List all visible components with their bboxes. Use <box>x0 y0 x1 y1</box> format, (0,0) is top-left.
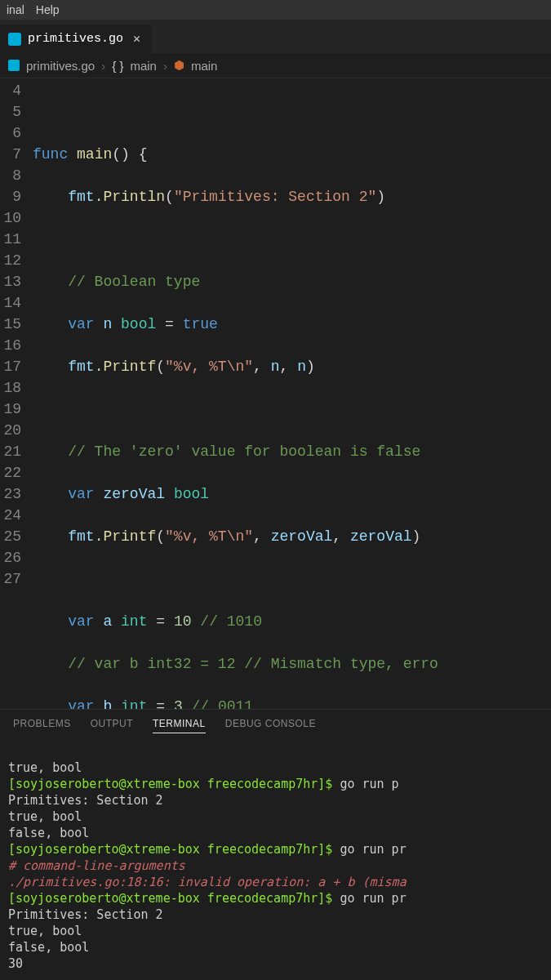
line-number: 5 <box>0 101 21 122</box>
line-number: 19 <box>0 399 21 420</box>
line-number: 4 <box>0 80 21 101</box>
terminal-line: false, bool <box>8 940 89 955</box>
terminal-line: true, bool <box>8 760 82 775</box>
line-number: 18 <box>0 377 21 399</box>
line-number: 15 <box>0 314 21 335</box>
code-area[interactable]: func main() { fmt.Println("Primitives: S… <box>33 78 551 709</box>
code-line[interactable]: var a int = 10 // 1010 <box>33 611 551 632</box>
line-number: 24 <box>0 505 21 526</box>
terminal-line: [soyjoseroberto@xtreme-box freecodecamp7… <box>8 891 407 906</box>
tab-debug-console[interactable]: DEBUG CONSOLE <box>225 718 316 733</box>
code-editor[interactable]: 4 5 6 7 8 9 10 11 12 13 14 15 16 17 18 1… <box>0 78 551 709</box>
tab-output[interactable]: OUTPUT <box>91 718 133 733</box>
code-line[interactable]: // Boolean type <box>33 271 551 292</box>
go-file-icon <box>8 33 21 46</box>
chevron-right-icon: › <box>163 59 167 73</box>
line-number: 7 <box>0 144 21 165</box>
go-file-icon <box>8 60 20 71</box>
namespace-icon: { } <box>112 59 123 73</box>
breadcrumb-package[interactable]: main <box>130 59 157 73</box>
code-line[interactable]: // The 'zero' value for boolean is false <box>33 441 551 462</box>
code-line[interactable]: fmt.Printf("%v, %T\n", n, n) <box>33 356 551 377</box>
line-number-gutter: 4 5 6 7 8 9 10 11 12 13 14 15 16 17 18 1… <box>0 78 33 709</box>
terminal-line: # command-line-arguments <box>8 858 185 873</box>
function-icon: ⬢ <box>174 58 184 73</box>
line-number: 26 <box>0 547 21 568</box>
code-line[interactable] <box>33 399 551 420</box>
line-number: 22 <box>0 462 21 483</box>
line-number: 6 <box>0 122 21 144</box>
line-number: 11 <box>0 229 21 250</box>
panel-tab-bar: PROBLEMS OUTPUT TERMINAL DEBUG CONSOLE <box>0 709 551 738</box>
code-line[interactable]: var zeroVal bool <box>33 483 551 505</box>
close-icon[interactable]: ✕ <box>133 31 140 47</box>
editor-tab-primitives[interactable]: primitives.go ✕ <box>0 24 153 53</box>
terminal-line: false, bool <box>8 826 89 840</box>
menu-terminal[interactable]: inal <box>7 3 24 16</box>
menubar: inal Help <box>0 0 551 20</box>
terminal-panel[interactable]: true, bool [soyjoseroberto@xtreme-box fr… <box>0 738 551 980</box>
line-number: 23 <box>0 483 21 505</box>
terminal-line: Primitives: Section 2 <box>8 793 163 808</box>
terminal-line: Primitives: Section 2 <box>8 907 163 922</box>
tab-bar: primitives.go ✕ <box>0 20 551 53</box>
breadcrumb[interactable]: primitives.go › { } main › ⬢ main <box>0 53 551 78</box>
breadcrumb-file[interactable]: primitives.go <box>26 59 95 73</box>
code-line[interactable] <box>33 229 551 250</box>
breadcrumb-function[interactable]: main <box>191 59 218 73</box>
terminal-line: true, bool <box>8 924 82 938</box>
line-number: 27 <box>0 568 21 590</box>
tab-filename: primitives.go <box>28 32 123 46</box>
line-number: 25 <box>0 526 21 547</box>
code-line[interactable]: fmt.Println("Primitives: Section 2") <box>33 186 551 207</box>
code-line[interactable]: var b int = 3 // 0011 <box>33 696 551 709</box>
code-line[interactable]: fmt.Printf("%v, %T\n", zeroVal, zeroVal) <box>33 526 551 547</box>
chevron-right-icon: › <box>101 59 105 73</box>
tab-terminal[interactable]: TERMINAL <box>153 718 206 733</box>
line-number: 9 <box>0 186 21 207</box>
line-number: 8 <box>0 165 21 186</box>
terminal-line: 30 <box>8 956 23 971</box>
menu-help[interactable]: Help <box>36 3 60 16</box>
terminal-line: ./primitives.go:18:16: invalid operation… <box>8 875 407 889</box>
line-number: 21 <box>0 441 21 462</box>
code-line[interactable]: // var b int32 = 12 // Mismatch type, er… <box>33 653 551 675</box>
line-number: 12 <box>0 250 21 271</box>
tab-problems[interactable]: PROBLEMS <box>13 718 71 733</box>
code-line[interactable] <box>33 101 551 122</box>
code-line[interactable]: func main() { <box>33 144 551 165</box>
terminal-line: [soyjoseroberto@xtreme-box freecodecamp7… <box>8 842 407 857</box>
line-number: 13 <box>0 271 21 292</box>
line-number: 10 <box>0 207 21 229</box>
line-number: 17 <box>0 356 21 377</box>
line-number: 20 <box>0 420 21 441</box>
code-line[interactable]: var n bool = true <box>33 314 551 335</box>
terminal-line: [soyjoseroberto@xtreme-box freecodecamp7… <box>8 777 399 791</box>
line-number: 16 <box>0 335 21 356</box>
terminal-line: true, bool <box>8 809 82 824</box>
line-number: 14 <box>0 292 21 314</box>
code-line[interactable] <box>33 568 551 590</box>
